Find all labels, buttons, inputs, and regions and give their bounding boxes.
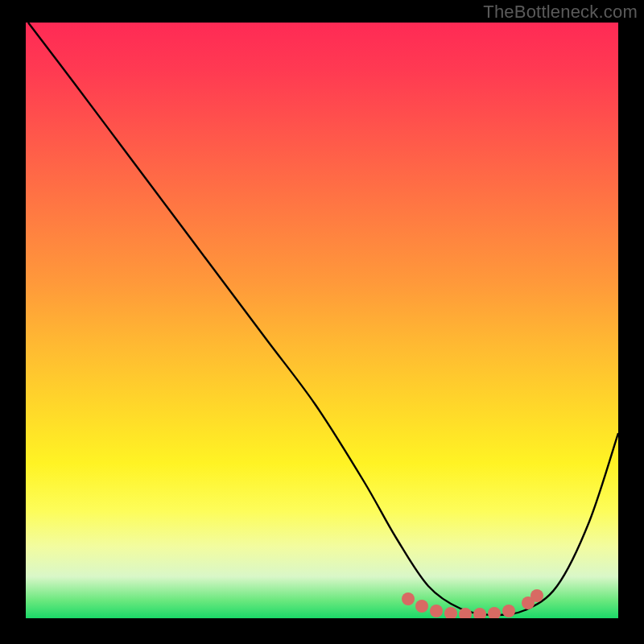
highlight-dot xyxy=(402,592,415,605)
highlight-dot xyxy=(530,589,543,602)
highlight-dot xyxy=(473,608,486,618)
watermark-text: TheBottleneck.com xyxy=(483,2,638,23)
plot-area xyxy=(26,23,618,618)
highlight-dot xyxy=(415,600,428,613)
chart-frame: TheBottleneck.com xyxy=(0,0,644,644)
highlight-dot xyxy=(488,607,501,618)
highlight-dot xyxy=(502,605,515,617)
highlight-dot xyxy=(444,607,457,618)
highlight-dot xyxy=(430,605,443,617)
highlight-dots xyxy=(402,589,543,618)
main-curve xyxy=(28,23,618,615)
curve-layer xyxy=(26,23,618,618)
